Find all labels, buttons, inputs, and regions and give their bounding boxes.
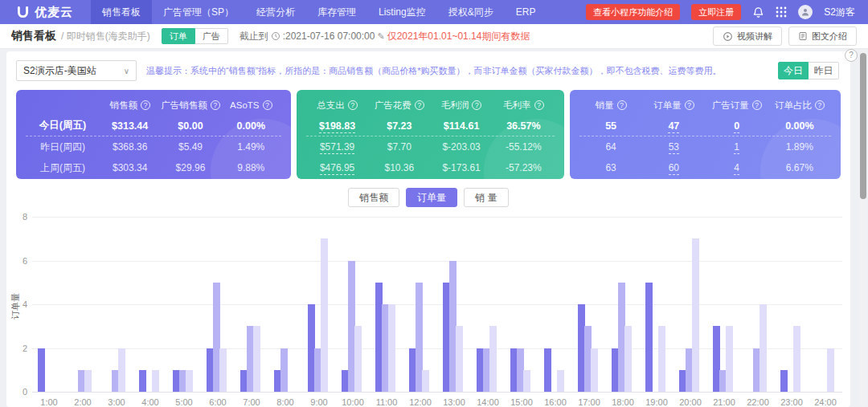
gridline [32,217,842,218]
card-row: $198.83$7.23$114.6136.57% [306,116,555,136]
nav-item[interactable]: 授权&同步 [437,0,505,24]
chevron-down-icon: ∨ [124,67,129,75]
row-label: 上周(周五) [26,161,100,175]
metric-value-tooltip[interactable]: 1 [734,141,739,154]
nav-item[interactable]: 库存管理 [306,0,367,24]
metric-value-tooltip[interactable]: $571.39 [320,141,354,154]
app-root: 优麦云 销售看板广告管理（SP）经营分析库存管理Listing监控授权&同步ER… [0,0,868,407]
metric-value: 36.57% [493,120,555,132]
metric-value: 64 [579,141,642,153]
x-axis-label: 21:00 [707,397,741,407]
spend-card: 总支出?广告花费?毛利润?毛利率?$198.83$7.23$114.6136.5… [297,90,564,179]
x-axis-label: 2:00 [66,397,100,407]
help-icon[interactable]: ? [845,49,858,62]
bar [827,348,834,393]
help-icon[interactable]: ? [348,100,358,110]
metric-value-tooltip[interactable]: 0 [734,120,739,133]
metric-value: 0.00% [221,120,281,132]
register-button[interactable]: 立即注册 [691,4,741,20]
x-axis-label: 7:00 [235,397,268,407]
metric-value-tooltip[interactable]: $476.95 [320,162,354,175]
bell-icon[interactable] [752,6,764,18]
metric-header-label: 销售额 [109,100,137,112]
x-axis-label: 23:00 [775,397,809,407]
pencil-icon[interactable]: ✎ [377,31,384,42]
toggle-ad-button[interactable]: 广告 [195,28,228,44]
bar [591,348,598,393]
help-icon[interactable]: ? [415,100,424,110]
bar [139,370,146,392]
x-axis-label: 18:00 [606,397,640,407]
help-icon[interactable]: ? [685,100,694,110]
help-icon[interactable]: ? [263,100,272,110]
nav-item[interactable]: 经营分析 [245,0,306,24]
help-icon[interactable]: ? [815,100,825,110]
help-icon[interactable]: ? [752,100,762,110]
apps-grid-icon[interactable] [776,6,787,18]
metric-value-tooltip[interactable]: 60 [669,162,679,175]
chart-tab[interactable]: 订单量 [406,188,457,207]
video-guide-button[interactable]: 视频讲解 [713,26,782,46]
card-header: 销售额?广告销售额?ASoTS? [26,95,281,116]
help-icon[interactable]: ? [472,100,481,110]
yesterday-button[interactable]: 昨日 [809,62,839,79]
user-name[interactable]: S2游客 [824,6,855,19]
toggle-order-button[interactable]: 订单 [162,28,195,44]
bar [354,326,362,392]
help-icon[interactable]: ? [141,100,150,110]
deadline-label: 截止到 [240,30,268,43]
x-axis-label: 15:00 [505,397,538,407]
metric-header: 销售额? [100,100,160,112]
scrollbar-thumb[interactable] [860,53,866,199]
x-axis-label: 19:00 [640,397,674,407]
metric-value: $-203.03 [430,141,492,153]
scrollbar-track[interactable] [860,50,866,407]
store-select[interactable]: S2演示店-美国站 ∨ [16,60,137,81]
chart-tab[interactable]: 销售额 [348,188,399,207]
nav-item[interactable]: 广告管理（SP） [152,0,245,24]
metric-value: $5.49 [160,141,220,153]
metric-value: 60 [642,162,705,173]
help-icon[interactable]: ? [211,100,220,110]
deadline-time: :2021-07-16 07:00:00 [283,31,375,42]
x-axis-label: 9:00 [302,397,336,407]
metric-value: 0 [706,120,768,132]
bar [726,326,733,392]
metric-header: 销量? [579,100,642,112]
gridline [32,392,842,393]
card-row: 554700.00% [579,116,831,136]
card-row: $571.39$7.70$-203.03-55.12% [306,136,555,157]
chart-tab[interactable]: 销 量 [464,188,508,207]
y-axis-tick: 0 [8,387,27,397]
text-guide-button[interactable]: 图文介绍 [788,26,857,46]
metric-value-tooltip[interactable]: $198.83 [319,120,355,133]
metric-header: 总支出? [306,100,368,112]
bar [780,370,788,392]
metric-value-tooltip[interactable]: 47 [668,120,679,133]
bar [84,370,92,392]
today-button[interactable]: 今日 [778,62,809,79]
logo[interactable]: 优麦云 [0,5,91,20]
metric-header: 毛利率? [493,100,555,112]
nav-item[interactable]: 销售看板 [91,0,152,24]
x-axis-label: 1:00 [32,397,66,407]
nav-item[interactable]: ERP [505,0,547,24]
filter-row: S2演示店-美国站 ∨ 温馨提示：系统中的“销售额”指标，所指的是：商品销售额（… [6,59,850,82]
metric-header-label: 广告订量 [712,100,749,112]
nav-right: 查看小程序功能介绍 立即注册 S2游客 [586,4,868,20]
metric-value: 0.00% [768,120,831,132]
metric-value-tooltip[interactable]: 4 [734,162,739,175]
document-icon [798,31,808,41]
metric-header-label: 毛利润 [441,100,469,112]
card-header: 销量?订单量?广告订量?订单占比? [579,95,831,116]
mini-program-intro-button[interactable]: 查看小程序功能介绍 [586,4,680,20]
metric-value-tooltip[interactable]: 53 [669,141,679,154]
data-deadline: 截止到 :2021-07-16 07:00:00 ✎ 仅2021年01.01~0… [240,30,530,43]
help-icon[interactable]: ? [617,100,627,110]
avatar[interactable] [798,5,813,19]
bar [118,348,125,393]
gridline [32,348,842,349]
help-icon[interactable]: ? [534,100,544,110]
nav-item[interactable]: Listing监控 [367,0,437,24]
y-axis-tick: 8 [8,212,27,222]
